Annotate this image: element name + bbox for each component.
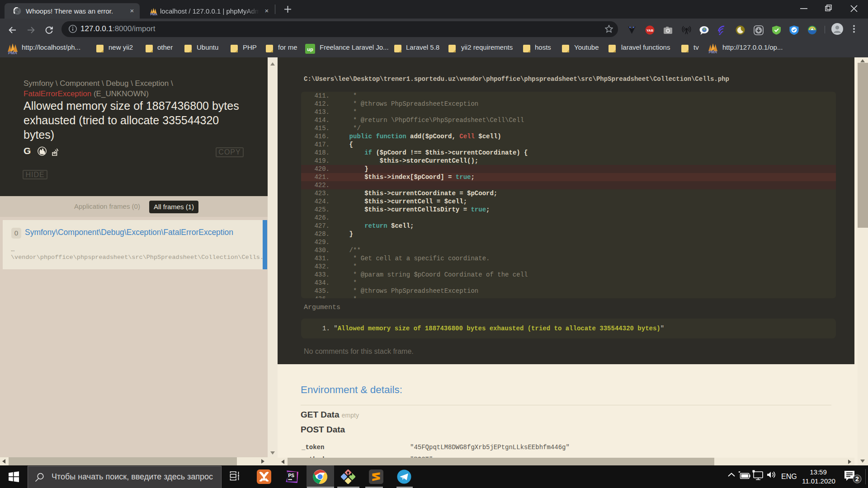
svg-text:G: G xyxy=(24,146,31,156)
svg-text:PS: PS xyxy=(288,473,294,478)
svg-text:2: 2 xyxy=(855,475,859,483)
svg-text:PMA: PMA xyxy=(709,50,717,54)
svg-text:PMA: PMA xyxy=(150,13,157,15)
svg-text:YAB: YAB xyxy=(646,28,654,33)
svg-text:PMA: PMA xyxy=(8,51,17,55)
svg-text:up: up xyxy=(307,47,313,52)
